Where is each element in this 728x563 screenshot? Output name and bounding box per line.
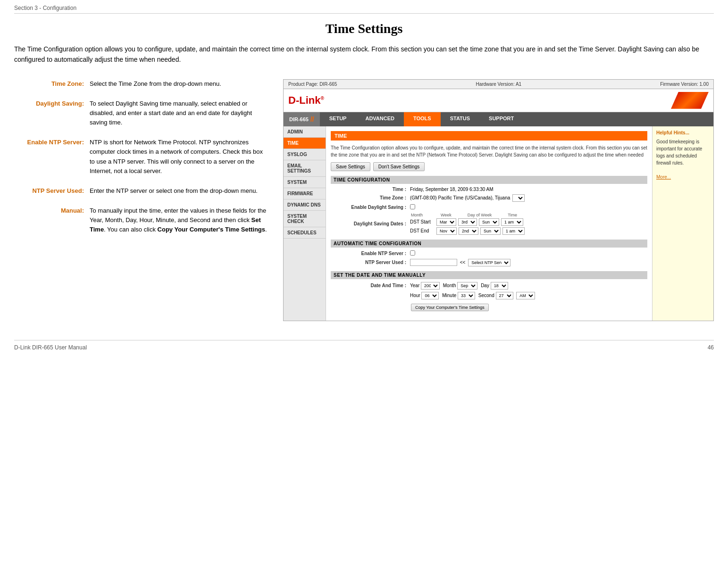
daylight-saving-checkbox[interactable] bbox=[410, 204, 415, 209]
dst-start-month[interactable]: Mar bbox=[436, 218, 456, 226]
nav-setup[interactable]: SETUP bbox=[320, 112, 356, 126]
sidebar-system-check[interactable]: SYSTEM CHECK bbox=[284, 211, 326, 227]
enable-ntp-text: NTP is short for Network Time Protocol. … bbox=[90, 138, 269, 176]
sidebar-system[interactable]: SYSTEM bbox=[284, 177, 326, 188]
time-label: Time : bbox=[335, 187, 410, 192]
daylight-enable-value bbox=[410, 204, 415, 210]
page-title: Time Settings bbox=[14, 21, 714, 36]
helpful-hints-title: Helpful Hints... bbox=[656, 130, 710, 135]
sidebar-dynamic-dns[interactable]: DYNAMIC DNS bbox=[284, 199, 326, 211]
hour-label: Hour bbox=[410, 293, 420, 298]
dst-end-week[interactable]: 2nd bbox=[459, 227, 478, 235]
intro-text: The Time Configuration option allows you… bbox=[14, 44, 714, 65]
day-label: Day bbox=[481, 283, 489, 288]
content-area: Time Zone: Select the Time Zone from the… bbox=[14, 79, 714, 321]
nav-tools[interactable]: TOOLS bbox=[404, 112, 441, 126]
daylight-saving-label: Daylight Saving: bbox=[14, 99, 90, 107]
enable-ntp-desc: Enable NTP Server: NTP is short for Netw… bbox=[14, 138, 269, 176]
sidebar-time[interactable]: TIME bbox=[284, 138, 326, 149]
nav-support[interactable]: SUPPORT bbox=[479, 112, 523, 126]
second-select[interactable]: 27 bbox=[496, 292, 513, 299]
hour-select[interactable]: 06 bbox=[421, 292, 439, 299]
nav-status[interactable]: STATUS bbox=[441, 112, 479, 126]
manual-desc: Manual: To manually input the time, ente… bbox=[14, 206, 269, 234]
second-label: Second bbox=[478, 293, 494, 298]
enable-ntp-label: Enable NTP Server: bbox=[14, 138, 90, 146]
col-month: Month bbox=[411, 213, 423, 217]
ntp-server-input[interactable] bbox=[410, 259, 457, 266]
col-dow: Day of Week bbox=[468, 213, 492, 217]
sidebar-schedules[interactable]: SCHEDULES bbox=[284, 227, 326, 239]
year-select[interactable]: 2009 bbox=[421, 282, 440, 290]
auto-time-config-section: AUTOMATIC TIME CONFIGURATION Enable NTP … bbox=[331, 240, 647, 266]
save-settings-button[interactable]: Save Settings bbox=[331, 162, 370, 171]
dst-start-dow[interactable]: Sun bbox=[479, 218, 499, 226]
dst-start-time[interactable]: 1 am bbox=[501, 218, 523, 226]
day-select[interactable]: 18 bbox=[491, 282, 508, 290]
helpful-hints-body: Good timekeeping is important for accura… bbox=[656, 139, 702, 166]
timezone-text: (GMT-08:00) Pacific Time (US/Canada), Ti… bbox=[410, 195, 510, 200]
nav-slashes: // bbox=[310, 116, 314, 123]
timezone-select[interactable] bbox=[512, 194, 525, 202]
timezone-row: Time Zone : (GMT-08:00) Pacific Time (US… bbox=[331, 194, 647, 202]
sidebar-syslog[interactable]: SYSLOG bbox=[284, 149, 326, 160]
time-value: Friday, September 18, 2009 6:33:30 AM bbox=[410, 187, 494, 192]
dst-end-dow[interactable]: Sun bbox=[480, 227, 501, 235]
daylight-saving-desc: Daylight Saving: To select Daylight Savi… bbox=[14, 99, 269, 127]
dont-save-button[interactable]: Don't Save Settings bbox=[373, 162, 425, 171]
action-buttons: Save Settings Don't Save Settings bbox=[331, 162, 647, 171]
logo-bar-decoration bbox=[671, 92, 709, 109]
manual-label: Manual: bbox=[14, 206, 90, 214]
enable-ntp-server-label: Enable NTP Server : bbox=[335, 251, 410, 256]
dst-end-time[interactable]: 1 am bbox=[502, 227, 525, 235]
year-label: Year bbox=[410, 283, 419, 288]
dst-end-month[interactable]: Nov bbox=[436, 227, 457, 235]
daylight-dates-row: Daylight Saving Dates : Month Week Day o… bbox=[331, 213, 647, 235]
month-label: Month bbox=[443, 283, 456, 288]
left-descriptions: Time Zone: Select the Time Zone from the… bbox=[14, 79, 269, 321]
helpful-hints-text: Good timekeeping is important for accura… bbox=[656, 138, 710, 181]
manual-text: To manually input the time, enter the va… bbox=[90, 206, 269, 234]
dst-start-week[interactable]: 3rd bbox=[458, 218, 477, 226]
section-label: Section 3 - Configuration bbox=[14, 5, 76, 11]
current-time-row: Time : Friday, September 18, 2009 6:33:3… bbox=[331, 187, 647, 192]
sidebar-admin[interactable]: ADMIN bbox=[284, 126, 326, 138]
footer-left: D-Link DIR-665 User Manual bbox=[14, 344, 87, 351]
ntp-server-used-label: NTP Server Used: bbox=[14, 186, 90, 194]
helpful-hints-panel: Helpful Hints... Good timekeeping is imp… bbox=[652, 126, 713, 321]
daylight-enable-label: Enable Daylight Saving : bbox=[335, 205, 410, 210]
nav-bar: DIR-665 // SETUP ADVANCED TOOLS STATUS S… bbox=[284, 112, 713, 126]
ntp-server-select[interactable]: Select NTP Server bbox=[468, 259, 510, 266]
month-select[interactable]: Sep bbox=[457, 282, 477, 290]
ntp-arrow-text: << bbox=[460, 260, 466, 265]
date-time-label: Date And Time : bbox=[335, 283, 410, 288]
ntp-used-label: NTP Server Used : bbox=[335, 260, 410, 265]
time-zone-text: Select the Time Zone from the drop-down … bbox=[90, 79, 269, 89]
router-main-content: TIME The Time Configuration option allow… bbox=[326, 126, 652, 321]
enable-ntp-checkbox[interactable] bbox=[410, 250, 415, 256]
dlink-logo: D-Link® bbox=[288, 94, 324, 107]
product-label: Product Page: DIR-665 bbox=[288, 82, 337, 87]
section-header: Section 3 - Configuration bbox=[14, 5, 714, 14]
time-configuration-section: TIME CONFIGURATION Time : Friday, Septem… bbox=[331, 176, 647, 235]
dlink-logo-text: D-Link® bbox=[288, 94, 324, 107]
sidebar-email-settings[interactable]: EMAIL SETTINGS bbox=[284, 160, 326, 177]
router-body: ADMIN TIME SYSLOG EMAIL SETTINGS SYSTEM … bbox=[284, 126, 713, 321]
sidebar-firmware[interactable]: FIRMWARE bbox=[284, 188, 326, 199]
daylight-dates-label: Daylight Saving Dates : bbox=[335, 221, 410, 226]
firmware-label: Firmware Version: 1.00 bbox=[660, 82, 709, 87]
minute-label: Minute bbox=[442, 293, 456, 298]
timezone-label: Time Zone : bbox=[335, 195, 410, 200]
router-top-bar: Product Page: DIR-665 Hardware Version: … bbox=[284, 80, 713, 89]
copy-time-button[interactable]: Copy Your Computer's Time Settings bbox=[411, 304, 489, 311]
nav-advanced[interactable]: ADVANCED bbox=[356, 112, 404, 126]
ntp-used-value: << Select NTP Server bbox=[410, 259, 510, 266]
ntp-used-row: NTP Server Used : << Select NTP Server bbox=[331, 259, 647, 266]
daylight-saving-row: Enable Daylight Saving : bbox=[331, 204, 647, 210]
router-panel: Product Page: DIR-665 Hardware Version: … bbox=[283, 79, 714, 321]
manual-config-title: SET THE DATE AND TIME MANUALLY bbox=[331, 271, 647, 279]
date-time-value: Year 2009 Month Sep Day 18 bbox=[410, 282, 508, 290]
ampm-select[interactable]: AM bbox=[516, 292, 535, 299]
helpful-hints-more-link[interactable]: More... bbox=[656, 174, 671, 180]
minute-select[interactable]: 33 bbox=[458, 292, 475, 299]
